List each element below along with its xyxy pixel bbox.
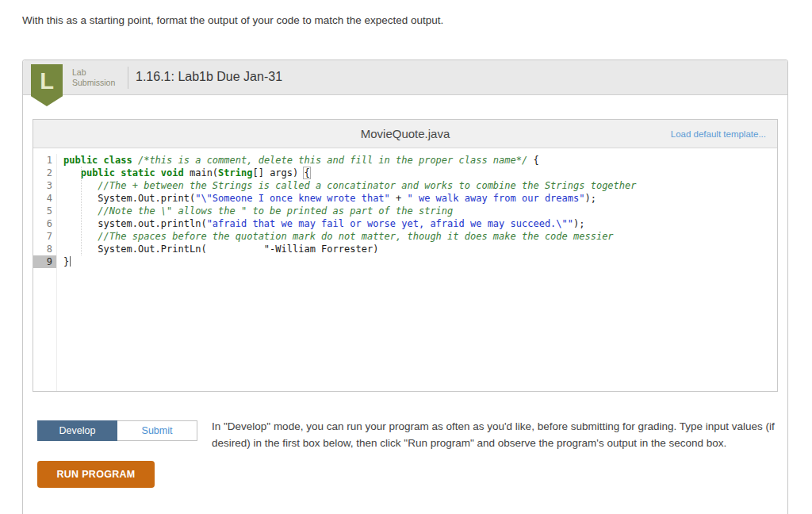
code-token-comment: //The spaces before the quotation mark d… xyxy=(98,231,613,242)
code-token-plain: [] args) xyxy=(252,167,304,178)
line-number: 9 xyxy=(33,255,56,268)
tab-submit[interactable]: Submit xyxy=(117,420,197,441)
lab-badge-label: Lab Submission xyxy=(72,67,115,88)
code-token-string: "afraid that we may fail or worse yet, a… xyxy=(207,218,573,229)
code-token-type: String xyxy=(218,167,252,178)
code-token-plain: System.Out.PrintLn( "-William Forrester) xyxy=(63,244,378,255)
indent-guide xyxy=(81,167,82,255)
code-line[interactable]: system.out.println("afraid that we may f… xyxy=(63,217,777,230)
lab-badge-label-line1: Lab xyxy=(72,67,115,78)
code-token-plain: ); xyxy=(584,193,596,204)
code-token-comment: /*this is a comment, delete this and fil… xyxy=(138,155,527,166)
editor-filename: MovieQuote.java xyxy=(361,127,450,140)
code-token-string: "\"Someone I once knew wrote that" xyxy=(195,193,390,204)
code-token-bracket: { xyxy=(304,167,309,178)
line-number: 4 xyxy=(33,192,56,205)
code-token-keyword: public class xyxy=(63,155,132,166)
code-token-plain: ); xyxy=(573,218,584,229)
code-token-comment: //The + between the Strings is called a … xyxy=(98,180,636,191)
line-number-gutter: 123456789 xyxy=(33,154,57,391)
run-program-button[interactable]: RUN PROGRAM xyxy=(37,461,155,488)
code-token-comment: //Note the \" allows the " to be printed… xyxy=(98,205,453,217)
code-token-plain xyxy=(63,167,81,178)
code-token-plain: + xyxy=(390,193,408,204)
mode-tabs: Develop Submit xyxy=(37,420,197,441)
lab-panel-body: MovieQuote.java Load default template...… xyxy=(23,95,787,514)
code-editor: MovieQuote.java Load default template...… xyxy=(33,119,778,392)
line-number: 6 xyxy=(33,217,56,230)
tab-develop[interactable]: Develop xyxy=(37,420,117,441)
page: With this as a starting point, format th… xyxy=(0,0,812,514)
code-line[interactable]: //The spaces before the quotation mark d… xyxy=(63,230,777,243)
code-line[interactable]: } xyxy=(63,255,777,268)
line-number: 8 xyxy=(33,243,56,255)
lab-badge-letter: L xyxy=(40,68,54,94)
code-line[interactable]: //The + between the Strings is called a … xyxy=(63,179,777,192)
lab-title: 1.16.1: Lab1b Due Jan-31 xyxy=(136,70,282,84)
code-line[interactable]: public static void main(String[] args) { xyxy=(63,167,777,179)
code-line[interactable]: System.Out.print("\"Someone I once knew … xyxy=(63,192,777,205)
code-token-plain: main( xyxy=(184,167,218,178)
mode-row: Develop Submit In "Develop" mode, you ca… xyxy=(37,420,778,451)
load-default-template-link[interactable]: Load default template... xyxy=(671,120,766,148)
code-lines[interactable]: public class /*this is a comment, delete… xyxy=(57,154,777,391)
line-number: 5 xyxy=(33,205,56,217)
code-area[interactable]: 123456789 public class /*this is a comme… xyxy=(33,148,777,391)
code-token-plain: System.Out.print( xyxy=(63,193,195,204)
header-divider xyxy=(128,67,128,89)
code-token-plain: system.out.println( xyxy=(63,218,207,229)
line-number: 1 xyxy=(33,154,56,167)
code-line[interactable]: public class /*this is a comment, delete… xyxy=(63,154,777,167)
code-line[interactable]: System.Out.PrintLn( "-William Forrester) xyxy=(63,243,777,255)
editor-header: MovieQuote.java Load default template... xyxy=(33,120,777,148)
line-number: 7 xyxy=(33,230,56,243)
text-cursor xyxy=(70,256,71,267)
line-number: 3 xyxy=(33,179,56,192)
instruction-text: With this as a starting point, format th… xyxy=(22,13,443,29)
code-token-string: " we walk away from our dreams" xyxy=(408,193,585,204)
lab-badge-label-line2: Submission xyxy=(72,78,115,88)
code-token-keyword: public static void xyxy=(81,167,184,178)
code-token-plain xyxy=(132,155,138,166)
mode-description: In "Develop" mode, you can run your prog… xyxy=(212,418,778,451)
lab-panel-header: L Lab Submission 1.16.1: Lab1b Due Jan-3… xyxy=(23,60,787,95)
code-line[interactable]: //Note the \" allows the " to be printed… xyxy=(63,205,777,217)
lab-submission-panel: L Lab Submission 1.16.1: Lab1b Due Jan-3… xyxy=(22,59,788,514)
code-token-plain: { xyxy=(527,155,538,166)
code-token-plain: } xyxy=(63,256,69,267)
line-number: 2 xyxy=(33,167,56,179)
